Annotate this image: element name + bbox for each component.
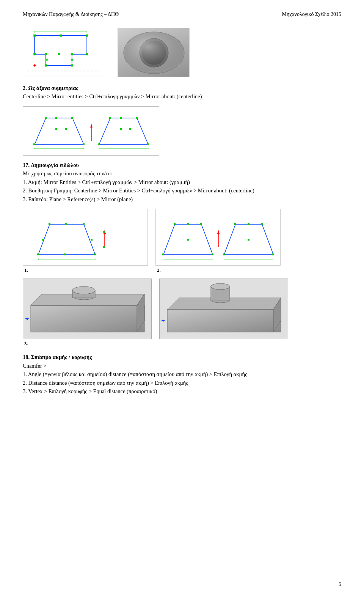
svg-rect-30 — [83, 143, 85, 145]
svg-rect-79 — [187, 239, 189, 241]
svg-point-90 — [72, 286, 95, 294]
section-18: 18. Σπάσιμο ακμής / κορυφής Chamfer > 1.… — [23, 353, 341, 395]
svg-point-98 — [211, 283, 230, 290]
svg-rect-16 — [58, 53, 60, 55]
section-2-detail: Centerline > Mirror entities > Ctrl+επιλ… — [23, 93, 202, 99]
section-18-item3: Vertex > Επιλογή κορυφής > Equal distanc… — [28, 388, 157, 394]
section-17-item1: Ακμή: Mirror Entities > Ctrl+επιλογή γρα… — [28, 179, 190, 185]
3d-object-1 — [118, 28, 190, 77]
svg-rect-64 — [103, 231, 105, 233]
section-17-item3: Επίπεδο: Plane > Reference(s) > Mirror (… — [28, 196, 133, 202]
sketch-label-1: 1. — [24, 267, 28, 273]
svg-rect-31 — [98, 143, 100, 145]
svg-rect-32 — [109, 117, 111, 119]
svg-rect-53 — [83, 223, 85, 225]
sketch-label-3: 3. — [24, 341, 28, 347]
svg-rect-74 — [234, 223, 236, 225]
svg-rect-56 — [42, 239, 44, 241]
svg-rect-78 — [248, 223, 249, 225]
section-18-number: 18. — [23, 354, 30, 360]
svg-rect-6 — [45, 65, 47, 67]
svg-rect-9 — [86, 53, 88, 55]
svg-rect-51 — [37, 253, 39, 255]
section-2-number: 2. — [23, 85, 27, 91]
svg-marker-92 — [25, 318, 28, 320]
svg-rect-71 — [200, 223, 202, 225]
3d-sketch-col-empty — [159, 279, 288, 347]
svg-rect-54 — [94, 253, 96, 255]
svg-rect-48 — [129, 128, 131, 130]
svg-marker-100 — [162, 320, 164, 322]
section-17-number: 17. — [23, 162, 30, 168]
svg-rect-52 — [49, 223, 50, 225]
svg-rect-65 — [103, 246, 105, 248]
svg-rect-45 — [55, 128, 57, 130]
mid-sketch-wide — [23, 106, 159, 156]
svg-rect-73 — [223, 253, 225, 255]
svg-rect-33 — [136, 117, 138, 119]
svg-rect-34 — [147, 143, 149, 145]
svg-rect-3 — [33, 35, 36, 37]
svg-rect-49 — [23, 209, 148, 266]
section-18-item1: Angle (=γωνία βέλους και σημείου) distan… — [28, 371, 247, 377]
section-17-item2: Βοηθητική Γραμμή: Centerline > Mirror En… — [28, 187, 254, 194]
section-17-subtitle: Με χρήση ως σημείου αναφοράς την/το: — [23, 170, 112, 176]
svg-rect-35 — [55, 117, 57, 119]
sketch-2 — [155, 209, 281, 266]
svg-rect-93 — [167, 309, 281, 332]
svg-rect-69 — [162, 253, 164, 255]
svg-rect-4 — [33, 53, 36, 55]
svg-rect-11 — [60, 35, 62, 37]
svg-rect-5 — [45, 53, 47, 55]
svg-point-15 — [33, 65, 36, 67]
svg-rect-72 — [212, 253, 213, 255]
sketch-image-1 — [23, 28, 106, 77]
svg-rect-27 — [33, 143, 35, 145]
svg-rect-17 — [46, 59, 48, 61]
svg-rect-18 — [71, 59, 73, 61]
section-18-item2: Distance distance (=απόσταση σημείων από… — [28, 380, 188, 386]
svg-rect-76 — [272, 253, 274, 255]
header-right: Μηχανολογικό Σχέδιο 2015 — [282, 11, 341, 17]
svg-rect-46 — [65, 128, 67, 130]
mid-image-row — [23, 106, 341, 156]
sketch-1 — [23, 209, 148, 266]
3d-sketch-col-3: 3. — [23, 279, 152, 347]
top-images-row — [23, 28, 341, 77]
svg-rect-28 — [45, 117, 47, 119]
svg-point-23 — [124, 32, 184, 74]
3d-box-2 — [159, 279, 288, 339]
sketch-col-1: 1. — [23, 209, 148, 273]
svg-rect-10 — [86, 35, 88, 37]
3d-box-1 — [23, 279, 152, 339]
svg-rect-8 — [71, 53, 73, 55]
section-2-title: Ως άξονα συμμετρίας — [28, 85, 78, 91]
section-17-title: Δημιουργία ειδώλου — [31, 162, 79, 168]
svg-rect-47 — [120, 128, 122, 130]
sketches-row-12: 1. — [23, 209, 341, 273]
page-header: Μηχανικών Παραγωγής & Διοίκησης – ΔΠΘ Μη… — [23, 11, 341, 20]
section-17-text: 17. Δημιουργία ειδώλου Με χρήση ως σημεί… — [23, 161, 341, 203]
svg-rect-55 — [65, 223, 67, 225]
sketch-label-2: 2. — [157, 267, 161, 273]
svg-rect-7 — [71, 65, 73, 67]
svg-rect-77 — [187, 223, 189, 225]
svg-rect-80 — [248, 239, 249, 241]
page: Μηχανικών Παραγωγής & Διοίκησης – ΔΠΘ Μη… — [0, 0, 364, 595]
svg-rect-36 — [120, 117, 122, 119]
bottom-3d-row: 3. — [23, 279, 341, 347]
svg-rect-29 — [71, 117, 73, 119]
section-18-subtitle: Chamfer > — [23, 363, 47, 369]
header-left: Μηχανικών Παραγωγής & Διοίκησης – ΔΠΘ — [23, 11, 119, 17]
section-18-title: Σπάσιμο ακμής / κορυφής — [31, 354, 92, 360]
sketch-col-2: 2. — [155, 209, 281, 273]
section-2-text: 2. Ως άξονα συμμετρίας Centerline > Mirr… — [23, 84, 341, 101]
svg-rect-70 — [174, 223, 176, 225]
svg-rect-58 — [64, 253, 66, 255]
footer-page-number: 5 — [339, 581, 341, 587]
svg-rect-57 — [91, 239, 93, 241]
svg-rect-75 — [261, 223, 263, 225]
svg-rect-85 — [31, 305, 144, 332]
